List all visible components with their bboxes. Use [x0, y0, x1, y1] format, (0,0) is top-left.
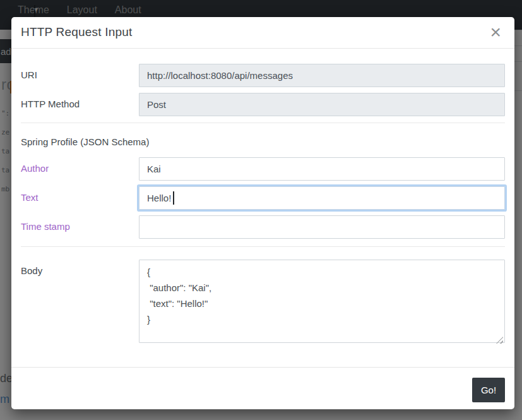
text-field-row: Text	[21, 186, 505, 210]
body-field-row: Body { "author": "Kai", "text": "Hello!"…	[21, 260, 505, 345]
text-input-wrap	[139, 186, 505, 210]
uri-input[interactable]	[139, 64, 505, 87]
http-method-input[interactable]	[139, 93, 505, 116]
author-input[interactable]	[139, 157, 505, 181]
author-label: Author	[21, 157, 139, 181]
author-input-wrap	[139, 157, 505, 181]
timestamp-input[interactable]	[139, 215, 505, 239]
text-cursor	[173, 191, 174, 205]
divider	[21, 123, 505, 123]
divider	[21, 246, 505, 247]
timestamp-label: Time stamp	[21, 215, 139, 239]
http-method-field-row: HTTP Method	[21, 93, 505, 116]
timestamp-field-row: Time stamp	[21, 215, 505, 239]
author-field-row: Author	[21, 157, 505, 181]
schema-section-heading: Spring Profile (JSON Schema)	[21, 136, 505, 148]
text-input[interactable]	[139, 186, 505, 210]
http-method-input-wrap	[139, 93, 505, 116]
uri-field-row: URI	[21, 64, 505, 87]
http-request-dialog: HTTP Request Input × URI HTTP Method Spr…	[11, 17, 514, 409]
uri-input-wrap	[139, 64, 505, 87]
dialog-body: URI HTTP Method Spring Profile (JSON Sch…	[11, 49, 514, 367]
dialog-header: HTTP Request Input ×	[11, 17, 514, 49]
body-textarea-wrap: { "author": "Kai", "text": "Hello!" }	[139, 260, 505, 345]
uri-label: URI	[21, 64, 139, 87]
body-textarea[interactable]: { "author": "Kai", "text": "Hello!" }	[139, 260, 505, 343]
timestamp-input-wrap	[139, 215, 505, 239]
go-button[interactable]: Go!	[472, 378, 505, 402]
http-method-label: HTTP Method	[21, 93, 139, 116]
dialog-footer: Go!	[11, 367, 514, 409]
close-icon[interactable]: ×	[486, 25, 505, 39]
text-label: Text	[21, 186, 139, 210]
body-label: Body	[21, 260, 139, 345]
dialog-title: HTTP Request Input	[21, 25, 132, 39]
